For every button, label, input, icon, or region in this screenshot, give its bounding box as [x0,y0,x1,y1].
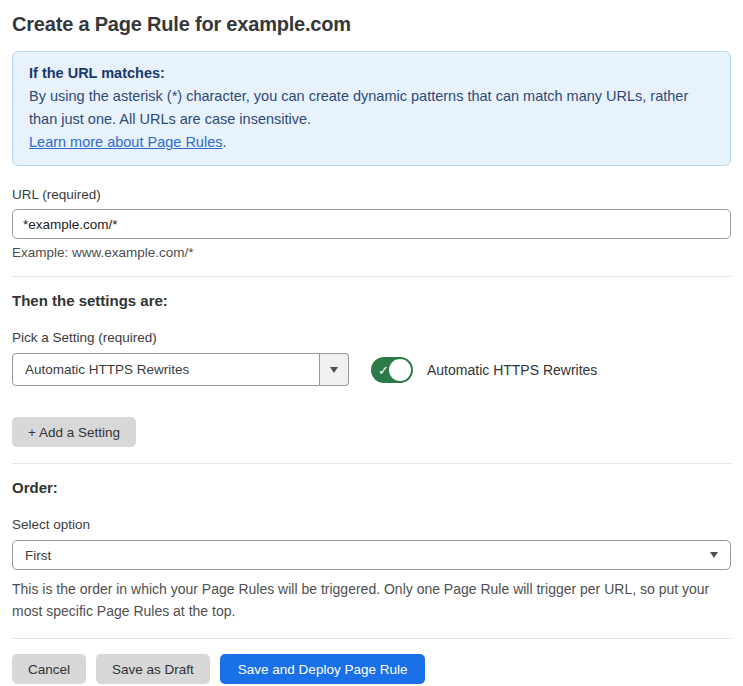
order-section-heading: Order: [12,479,731,496]
url-example-helper: Example: www.example.com/* [12,245,731,260]
toggle-knob [389,359,411,381]
setting-select[interactable]: Automatic HTTPS Rewrites [12,353,349,386]
info-box-heading: If the URL matches: [29,62,714,85]
setting-select-arrow-button[interactable] [320,353,349,386]
save-draft-button[interactable]: Save as Draft [96,654,210,684]
page-rule-form: Create a Page Rule for example.com If th… [0,0,743,684]
order-helper-text: This is the order in which your Page Rul… [12,578,731,622]
url-match-info-box: If the URL matches: By using the asteris… [12,51,731,166]
url-input[interactable] [12,209,731,239]
order-select-label: Select option [12,517,731,532]
footer-actions: Cancel Save as Draft Save and Deploy Pag… [12,654,731,684]
https-rewrites-toggle[interactable]: ✓ [371,357,413,383]
order-select-value: First [25,548,51,563]
save-deploy-button[interactable]: Save and Deploy Page Rule [220,654,426,684]
info-box-body: By using the asterisk (*) character, you… [29,85,714,131]
setting-picker-row: Automatic HTTPS Rewrites ✓ Automatic HTT… [12,353,731,386]
info-box-link-line: Learn more about Page Rules. [29,131,714,154]
chevron-down-icon [710,552,718,558]
add-setting-button[interactable]: + Add a Setting [12,417,136,447]
settings-section-heading: Then the settings are: [12,292,731,309]
link-suffix: . [222,134,226,150]
divider [12,463,731,464]
chevron-down-icon [330,367,338,373]
divider [12,638,731,639]
order-select[interactable]: First [12,540,731,570]
setting-picker-label: Pick a Setting (required) [12,330,731,345]
cancel-button[interactable]: Cancel [12,654,86,684]
check-icon: ✓ [378,363,389,376]
url-field-label: URL (required) [12,187,731,202]
toggle-label: Automatic HTTPS Rewrites [427,362,597,378]
page-title: Create a Page Rule for example.com [12,13,731,36]
setting-select-value: Automatic HTTPS Rewrites [12,353,320,386]
divider [12,276,731,277]
learn-more-link[interactable]: Learn more about Page Rules [29,134,222,150]
